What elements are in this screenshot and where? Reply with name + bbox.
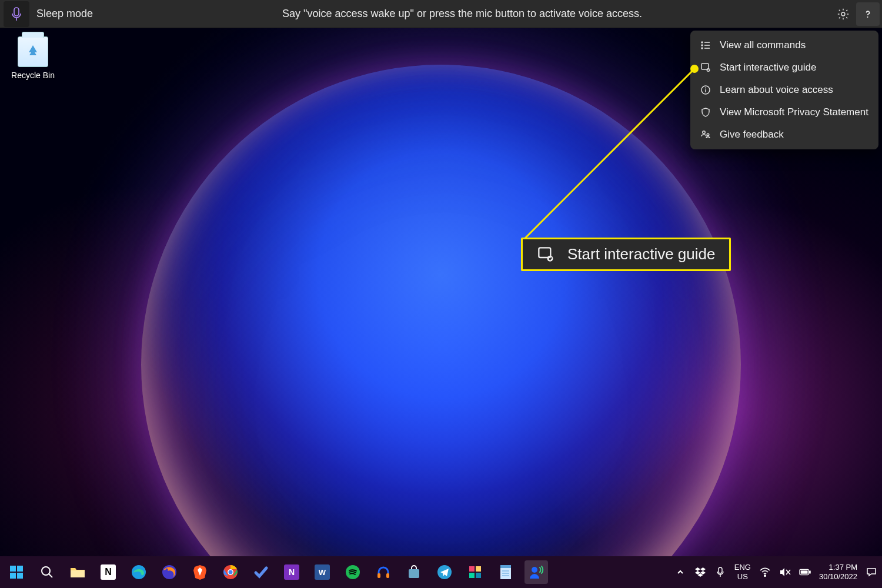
tray-clock[interactable]: 1:37 PM 30/10/2022 xyxy=(819,563,857,581)
taskbar: N N W xyxy=(0,556,882,588)
svg-rect-20 xyxy=(10,566,16,572)
taskbar-app-onenote[interactable]: N xyxy=(280,560,303,584)
taskbar-app-edge[interactable] xyxy=(127,560,151,584)
svg-point-49 xyxy=(764,575,766,577)
svg-rect-37 xyxy=(469,566,475,572)
search-icon xyxy=(40,565,54,579)
headphones-icon xyxy=(376,564,391,580)
lang-line2: US xyxy=(734,572,751,582)
taskbar-file-explorer[interactable] xyxy=(66,560,89,584)
voice-access-bar: Sleep mode Say "voice access wake up" or… xyxy=(0,0,882,28)
svg-rect-21 xyxy=(17,566,23,572)
taskbar-app-voice-access[interactable] xyxy=(524,560,548,584)
taskbar-app-notepad[interactable] xyxy=(494,560,517,584)
help-item-view-commands[interactable]: View all commands xyxy=(690,34,878,56)
chat-icon xyxy=(866,567,877,577)
help-menu: View all commands Start interactive guid… xyxy=(690,31,878,149)
settings-button[interactable] xyxy=(831,2,855,26)
dropbox-icon xyxy=(695,567,706,577)
help-button[interactable] xyxy=(856,2,880,26)
svg-rect-26 xyxy=(71,570,85,577)
callout-dot xyxy=(690,65,699,73)
taskbar-app-audacity[interactable] xyxy=(372,560,395,584)
taskbar-app-telegram[interactable] xyxy=(433,560,456,584)
wifi-icon xyxy=(759,567,771,577)
tray-language[interactable]: ENG US xyxy=(734,563,751,581)
svg-point-46 xyxy=(532,567,537,573)
taskbar-app-chrome[interactable] xyxy=(219,560,242,584)
recycle-bin-icon xyxy=(18,36,48,67)
windows-icon xyxy=(9,564,24,580)
taskbar-app-firefox[interactable] xyxy=(158,560,181,584)
svg-point-16 xyxy=(707,133,709,136)
lang-line1: ENG xyxy=(734,563,751,572)
telegram-icon xyxy=(437,564,452,580)
svg-point-24 xyxy=(42,567,50,575)
chrome-icon xyxy=(223,564,238,580)
svg-rect-0 xyxy=(14,8,19,16)
svg-rect-38 xyxy=(476,566,481,572)
voice-access-hint: Say "voice access wake up" or press the … xyxy=(93,8,831,20)
taskbar-app-word[interactable]: W xyxy=(310,560,334,584)
list-icon xyxy=(700,39,711,51)
svg-rect-40 xyxy=(476,573,481,578)
taskbar-app-todo[interactable] xyxy=(249,560,273,584)
help-item-learn[interactable]: Learn about voice access xyxy=(690,79,878,101)
svg-point-8 xyxy=(701,48,703,49)
tray-overflow[interactable] xyxy=(674,566,686,578)
notion-icon: N xyxy=(101,564,116,580)
brave-icon xyxy=(193,564,207,580)
notepad-icon xyxy=(499,564,513,580)
tray-volume[interactable] xyxy=(779,566,791,578)
tray-notifications[interactable] xyxy=(866,566,877,578)
svg-rect-35 xyxy=(409,569,419,578)
tray-dropbox[interactable] xyxy=(694,566,706,578)
chevron-up-icon xyxy=(676,568,684,576)
taskbar-app-notion[interactable]: N xyxy=(96,560,120,584)
help-icon xyxy=(862,8,874,20)
voice-access-status: Sleep mode xyxy=(36,8,93,20)
svg-rect-42 xyxy=(500,565,511,568)
edge-icon xyxy=(131,564,146,580)
svg-rect-53 xyxy=(809,571,810,573)
tray-mic[interactable] xyxy=(714,566,726,578)
svg-rect-54 xyxy=(801,570,808,573)
folder-icon xyxy=(69,566,86,579)
help-item-interactive-guide[interactable]: Start interactive guide xyxy=(690,56,878,79)
volume-mute-icon xyxy=(779,567,791,577)
check-icon xyxy=(253,564,269,580)
svg-point-2 xyxy=(841,12,845,16)
svg-rect-39 xyxy=(469,573,475,578)
search-button[interactable] xyxy=(35,560,59,584)
taskbar-app-spotify[interactable] xyxy=(341,560,365,584)
svg-line-25 xyxy=(49,574,52,577)
svg-point-6 xyxy=(701,45,703,46)
callout-label: Start interactive guide xyxy=(567,245,715,263)
word-icon: W xyxy=(315,564,330,580)
person-voice-icon xyxy=(528,564,544,580)
tray-wifi[interactable] xyxy=(759,566,771,578)
callout-box: Start interactive guide xyxy=(521,238,731,271)
mic-button[interactable] xyxy=(4,1,29,27)
tray-battery[interactable] xyxy=(799,566,811,578)
taskbar-app-powertoys[interactable] xyxy=(463,560,487,584)
recycle-bin[interactable]: Recycle Bin xyxy=(8,36,58,80)
desktop[interactable]: Recycle Bin View all commands Sta xyxy=(0,28,882,556)
svg-rect-47 xyxy=(719,567,722,573)
help-item-feedback[interactable]: Give feedback xyxy=(690,123,878,146)
svg-point-4 xyxy=(701,42,703,43)
microphone-icon xyxy=(11,7,22,21)
taskbar-app-store[interactable] xyxy=(402,560,426,584)
guide-icon xyxy=(700,62,711,74)
spotify-icon xyxy=(345,564,360,580)
help-item-privacy[interactable]: View Microsoft Privacy Statement xyxy=(690,101,878,123)
taskbar-app-brave[interactable] xyxy=(188,560,212,584)
start-button[interactable] xyxy=(5,560,28,584)
svg-point-15 xyxy=(703,131,705,133)
clock-time: 1:37 PM xyxy=(819,563,857,572)
bag-icon xyxy=(406,564,422,580)
svg-rect-41 xyxy=(500,566,511,579)
svg-rect-33 xyxy=(377,573,380,578)
help-item-label: View all commands xyxy=(720,39,806,51)
info-icon xyxy=(700,84,711,96)
